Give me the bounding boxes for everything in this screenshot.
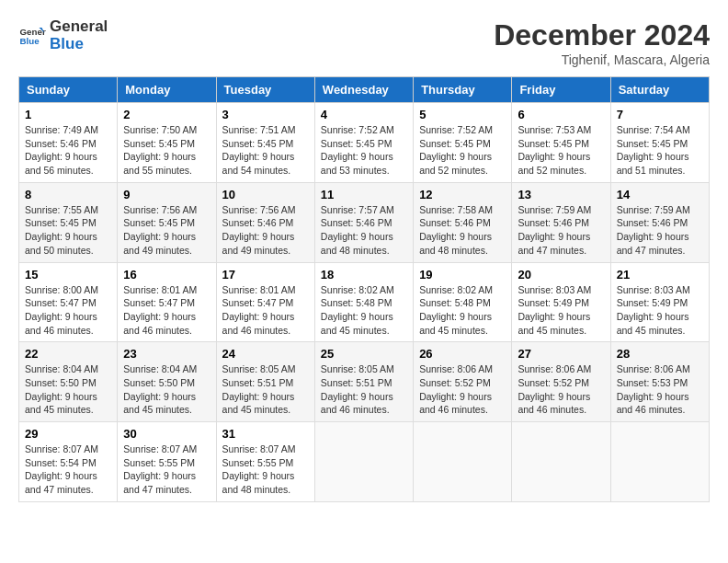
table-row: 22 Sunrise: 8:04 AMSunset: 5:50 PMDaylig…: [19, 342, 118, 422]
day-number: 21: [617, 268, 703, 282]
table-row: [414, 422, 512, 502]
col-sunday: Sunday: [19, 77, 118, 103]
day-detail: Sunrise: 7:59 AMSunset: 5:46 PMDaylight:…: [518, 204, 591, 256]
day-detail: Sunrise: 8:06 AMSunset: 5:52 PMDaylight:…: [518, 363, 591, 415]
table-row: 13 Sunrise: 7:59 AMSunset: 5:46 PMDaylig…: [512, 182, 610, 262]
table-row: 12 Sunrise: 7:58 AMSunset: 5:46 PMDaylig…: [414, 182, 512, 262]
day-number: 22: [25, 347, 111, 361]
table-row: 1 Sunrise: 7:49 AMSunset: 5:46 PMDayligh…: [19, 103, 118, 183]
table-row: 5 Sunrise: 7:52 AMSunset: 5:45 PMDayligh…: [414, 103, 512, 183]
calendar-table: Sunday Monday Tuesday Wednesday Thursday…: [18, 76, 710, 502]
day-detail: Sunrise: 7:55 AMSunset: 5:45 PMDaylight:…: [25, 204, 98, 256]
table-row: 15 Sunrise: 8:00 AMSunset: 5:47 PMDaylig…: [19, 262, 118, 342]
day-number: 28: [617, 347, 703, 361]
svg-text:Blue: Blue: [20, 36, 40, 46]
day-number: 12: [419, 188, 506, 201]
table-row: 29 Sunrise: 8:07 AMSunset: 5:54 PMDaylig…: [19, 422, 118, 502]
logo: General Blue General Blue: [18, 18, 108, 52]
day-detail: Sunrise: 8:02 AMSunset: 5:48 PMDaylight:…: [321, 284, 394, 336]
table-row: 21 Sunrise: 8:03 AMSunset: 5:49 PMDaylig…: [610, 262, 709, 342]
month-title: December 2024: [494, 18, 710, 52]
day-detail: Sunrise: 8:06 AMSunset: 5:53 PMDaylight:…: [617, 363, 690, 415]
day-detail: Sunrise: 7:58 AMSunset: 5:46 PMDaylight:…: [419, 204, 493, 256]
table-row: 6 Sunrise: 7:53 AMSunset: 5:45 PMDayligh…: [512, 103, 610, 183]
day-number: 16: [123, 268, 210, 282]
day-detail: Sunrise: 7:52 AMSunset: 5:45 PMDaylight:…: [419, 124, 493, 176]
week-row-2: 8 Sunrise: 7:55 AMSunset: 5:45 PMDayligh…: [19, 182, 710, 262]
day-number: 24: [222, 347, 309, 361]
day-detail: Sunrise: 8:07 AMSunset: 5:55 PMDaylight:…: [123, 443, 197, 495]
page-header: General Blue General Blue December 2024 …: [18, 18, 710, 67]
day-detail: Sunrise: 8:00 AMSunset: 5:47 PMDaylight:…: [25, 284, 98, 336]
day-number: 20: [518, 268, 604, 282]
table-row: 10 Sunrise: 7:56 AMSunset: 5:46 PMDaylig…: [216, 182, 314, 262]
day-number: 23: [123, 347, 210, 361]
col-tuesday: Tuesday: [216, 77, 314, 103]
day-number: 10: [222, 188, 309, 201]
day-number: 14: [617, 188, 703, 201]
week-row-4: 22 Sunrise: 8:04 AMSunset: 5:50 PMDaylig…: [19, 342, 710, 422]
week-row-5: 29 Sunrise: 8:07 AMSunset: 5:54 PMDaylig…: [19, 422, 710, 502]
day-number: 15: [25, 268, 111, 282]
table-row: 17 Sunrise: 8:01 AMSunset: 5:47 PMDaylig…: [216, 262, 314, 342]
table-row: [512, 422, 610, 502]
table-row: 11 Sunrise: 7:57 AMSunset: 5:46 PMDaylig…: [314, 182, 413, 262]
table-row: 9 Sunrise: 7:56 AMSunset: 5:45 PMDayligh…: [118, 182, 216, 262]
location-subtitle: Tighenif, Mascara, Algeria: [494, 52, 710, 67]
day-detail: Sunrise: 7:50 AMSunset: 5:45 PMDaylight:…: [123, 124, 197, 176]
day-number: 19: [419, 268, 506, 282]
day-number: 31: [222, 427, 309, 441]
table-row: 7 Sunrise: 7:54 AMSunset: 5:45 PMDayligh…: [610, 103, 709, 183]
day-number: 7: [617, 108, 703, 121]
table-row: 24 Sunrise: 8:05 AMSunset: 5:51 PMDaylig…: [216, 342, 314, 422]
col-saturday: Saturday: [610, 77, 709, 103]
table-row: [610, 422, 709, 502]
table-row: 18 Sunrise: 8:02 AMSunset: 5:48 PMDaylig…: [314, 262, 413, 342]
day-detail: Sunrise: 7:53 AMSunset: 5:45 PMDaylight:…: [518, 124, 591, 176]
table-row: 28 Sunrise: 8:06 AMSunset: 5:53 PMDaylig…: [610, 342, 709, 422]
table-row: 2 Sunrise: 7:50 AMSunset: 5:45 PMDayligh…: [118, 103, 216, 183]
day-number: 29: [25, 427, 111, 441]
table-row: 31 Sunrise: 8:07 AMSunset: 5:55 PMDaylig…: [216, 422, 314, 502]
day-number: 11: [321, 188, 407, 201]
day-detail: Sunrise: 8:07 AMSunset: 5:55 PMDaylight:…: [222, 443, 296, 495]
day-detail: Sunrise: 8:01 AMSunset: 5:47 PMDaylight:…: [222, 284, 296, 336]
col-thursday: Thursday: [414, 77, 512, 103]
day-detail: Sunrise: 8:06 AMSunset: 5:52 PMDaylight:…: [419, 363, 493, 415]
svg-text:General: General: [20, 26, 47, 36]
day-detail: Sunrise: 7:52 AMSunset: 5:45 PMDaylight:…: [321, 124, 394, 176]
day-detail: Sunrise: 8:07 AMSunset: 5:54 PMDaylight:…: [25, 443, 98, 495]
day-number: 8: [25, 188, 111, 201]
day-detail: Sunrise: 8:03 AMSunset: 5:49 PMDaylight:…: [518, 284, 591, 336]
day-number: 17: [222, 268, 309, 282]
day-detail: Sunrise: 7:49 AMSunset: 5:46 PMDaylight:…: [25, 124, 98, 176]
day-number: 6: [518, 108, 604, 121]
col-monday: Monday: [118, 77, 216, 103]
table-row: 26 Sunrise: 8:06 AMSunset: 5:52 PMDaylig…: [414, 342, 512, 422]
header-row: Sunday Monday Tuesday Wednesday Thursday…: [19, 77, 710, 103]
day-detail: Sunrise: 7:57 AMSunset: 5:46 PMDaylight:…: [321, 204, 394, 256]
table-row: 8 Sunrise: 7:55 AMSunset: 5:45 PMDayligh…: [19, 182, 118, 262]
day-detail: Sunrise: 8:01 AMSunset: 5:47 PMDaylight:…: [123, 284, 197, 336]
day-number: 18: [321, 268, 407, 282]
day-detail: Sunrise: 7:51 AMSunset: 5:45 PMDaylight:…: [222, 124, 296, 176]
day-detail: Sunrise: 8:03 AMSunset: 5:49 PMDaylight:…: [617, 284, 690, 336]
day-detail: Sunrise: 7:56 AMSunset: 5:45 PMDaylight:…: [123, 204, 197, 256]
week-row-1: 1 Sunrise: 7:49 AMSunset: 5:46 PMDayligh…: [19, 103, 710, 183]
table-row: [314, 422, 413, 502]
logo-line2: Blue: [50, 36, 108, 53]
title-block: December 2024 Tighenif, Mascara, Algeria: [494, 18, 710, 67]
day-number: 1: [25, 108, 111, 121]
col-friday: Friday: [512, 77, 610, 103]
day-number: 5: [419, 108, 506, 121]
day-detail: Sunrise: 8:02 AMSunset: 5:48 PMDaylight:…: [419, 284, 493, 336]
col-wednesday: Wednesday: [314, 77, 413, 103]
day-number: 27: [518, 347, 604, 361]
day-number: 9: [123, 188, 210, 201]
week-row-3: 15 Sunrise: 8:00 AMSunset: 5:47 PMDaylig…: [19, 262, 710, 342]
day-number: 25: [321, 347, 407, 361]
day-number: 30: [123, 427, 210, 441]
day-number: 4: [321, 108, 407, 121]
day-detail: Sunrise: 7:59 AMSunset: 5:46 PMDaylight:…: [617, 204, 690, 256]
day-detail: Sunrise: 8:05 AMSunset: 5:51 PMDaylight:…: [321, 363, 394, 415]
